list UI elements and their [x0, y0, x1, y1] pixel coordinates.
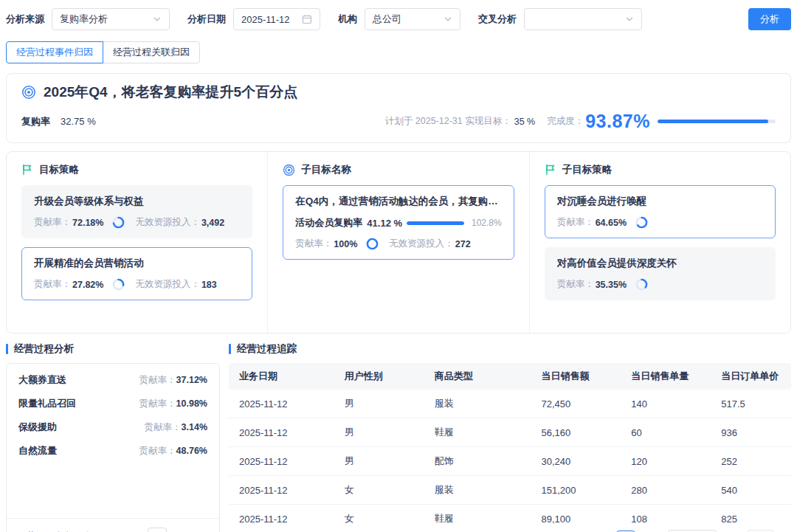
source-select[interactable]: 复购率分析: [52, 8, 170, 30]
analysis-pagination: 共 4 条数据，每页 10 条 ‹ 1 / 1 ›: [7, 518, 219, 532]
col-user-gender: 用户性别: [336, 363, 426, 390]
strategy-card-precise-marketing[interactable]: 开展精准的会员营销活动 贡献率： 27.82% 无效资源投入： 183: [21, 247, 252, 300]
table-row: 2025-11-12女服装151,200280540: [229, 476, 791, 505]
strategy-name: 升级会员等级体系与权益: [34, 195, 240, 208]
substrategy-card-wake-dormant[interactable]: 对沉睡会员进行唤醒 贡献率： 64.65%: [545, 185, 776, 238]
column-subgoal: 子目标名称 在Q4内，通过营销活动触达的会员，其复购率提升... 活动会员复购率…: [267, 152, 528, 333]
goal-metric-label: 复购率: [21, 115, 50, 128]
date-label: 分析日期: [187, 13, 226, 26]
analyze-button[interactable]: 分析: [748, 8, 791, 30]
date-value: 2025-11-12: [241, 14, 290, 25]
org-value: 总公司: [373, 13, 401, 26]
tracking-table: 业务日期 用户性别 商品类型 当日销售额 当日销售单量 当日订单单价 2025-…: [229, 363, 791, 527]
table-row: 2025-11-12男服装72,450140517.5: [229, 390, 791, 418]
waste-value: 272: [455, 239, 471, 249]
plan-target: 35 %: [514, 117, 536, 127]
waste-label: 无效资源投入：: [135, 278, 200, 291]
org-select[interactable]: 总公司: [365, 8, 460, 30]
date-picker[interactable]: 2025-11-12: [233, 8, 320, 30]
completion-progressbar: [658, 120, 776, 123]
tracking-pagination: 共 25 条数据 ‹ 1 2 › 20条/页 跳至 页: [229, 525, 791, 532]
analysis-item-gift-recall[interactable]: 限量礼品召回 贡献率：10.98%: [7, 392, 219, 415]
column-title: 子目标名称: [301, 163, 351, 176]
subgoal-progressbar: [407, 221, 464, 225]
subgoal-card[interactable]: 在Q4内，通过营销活动触达的会员，其复购率提升... 活动会员复购率 41.12…: [283, 185, 514, 260]
contrib-value: 35.35%: [596, 280, 627, 290]
col-business-date: 业务日期: [229, 363, 336, 390]
column-substrategy: 子目标策略 对沉睡会员进行唤醒 贡献率： 64.65% 对高价值会员提供深度关怀…: [529, 152, 790, 333]
cross-label: 交叉分析: [478, 13, 517, 26]
column-title: 子目标策略: [562, 163, 613, 176]
source-label: 分析来源: [6, 13, 44, 26]
process-tracking-panel: 经营过程追踪 业务日期 用户性别 商品类型 当日销售额 当日销售单量 当日订单单…: [229, 342, 791, 532]
substrategy-name: 对高价值会员提供深度关怀: [557, 257, 763, 270]
current-page-box[interactable]: 1: [148, 528, 167, 532]
waste-label: 无效资源投入：: [389, 238, 454, 250]
goal-card: 2025年Q4，将老客复购率提升5个百分点 复购率 32.75 % 计划于 20…: [6, 73, 791, 143]
col-daily-orders: 当日销售单量: [622, 363, 712, 390]
contrib-donut: [366, 238, 379, 250]
strategy-name: 开展精准的会员营销活动: [34, 257, 240, 270]
contrib-label: 贡献率：: [34, 216, 71, 229]
col-avg-order-price: 当日订单单价: [712, 363, 791, 390]
waste-value: 3,492: [201, 218, 224, 228]
chevron-down-icon: [444, 15, 452, 24]
flag-icon: [21, 164, 33, 176]
contrib-donut: [635, 278, 648, 291]
contrib-label: 贡献率：: [295, 238, 332, 250]
chevron-down-icon: [625, 15, 634, 24]
waste-label: 无效资源投入：: [135, 216, 200, 229]
tab-relation-attribution[interactable]: 经营过程关联归因: [103, 41, 200, 63]
goal-metric-value: 32.75 %: [61, 116, 96, 127]
process-tracking-title: 经营过程追踪: [237, 342, 297, 356]
subgoal-name: 在Q4内，通过营销活动触达的会员，其复购率提升...: [295, 195, 501, 208]
contrib-donut: [112, 216, 125, 229]
filter-bar: 分析来源 复购率分析 分析日期 2025-11-12 机构 总公司 交叉分析 分…: [6, 8, 791, 30]
subgoal-metric-value: 41.12 %: [367, 218, 402, 229]
col-product-type: 商品类型: [426, 363, 533, 390]
table-row: 2025-11-12男配饰30,240120252: [229, 447, 791, 476]
chevron-down-icon: [153, 15, 162, 24]
contrib-label: 贡献率：: [557, 216, 594, 229]
contrib-value: 72.18%: [72, 218, 103, 228]
strategy-card-upgrade-membership[interactable]: 升级会员等级体系与权益 贡献率： 72.18% 无效资源投入： 3,492: [21, 185, 252, 238]
calendar-icon: [302, 14, 312, 24]
table-row: 2025-11-12男鞋履56,16060936: [229, 418, 791, 447]
analysis-item-coupon[interactable]: 大额券直送 贡献率：37.12%: [7, 368, 219, 392]
bottom-section: 经营过程分析 大额券直送 贡献率：37.12% 限量礼品召回 贡献率：10.98…: [6, 342, 791, 532]
analysis-item-organic-traffic[interactable]: 自然流量 贡献率：48.76%: [7, 439, 219, 463]
contrib-label: 贡献率：: [34, 278, 71, 291]
subgoal-progress-label: 102.8%: [472, 218, 502, 228]
attribution-tabs: 经营过程事件归因 经营过程关联归因: [6, 41, 791, 63]
analysis-item-tier-protection[interactable]: 保级援助 贡献率：3.14%: [7, 415, 219, 439]
goal-title: 2025年Q4，将老客复购率提升5个百分点: [44, 83, 297, 102]
tab-event-attribution[interactable]: 经营过程事件归因: [6, 41, 103, 63]
completion-label: 完成度：: [547, 115, 584, 128]
process-analysis-panel: 经营过程分析 大额券直送 贡献率：37.12% 限量礼品召回 贡献率：10.98…: [6, 342, 220, 532]
dashboard: 分析来源 复购率分析 分析日期 2025-11-12 机构 总公司 交叉分析 分…: [0, 8, 797, 532]
substrategy-card-high-value-care[interactable]: 对高价值会员提供深度关怀 贡献率： 35.35%: [545, 247, 776, 300]
waste-value: 183: [201, 280, 217, 290]
plan-text: 计划于 2025-12-31 实现目标：: [385, 115, 511, 128]
subgoal-metric-label: 活动会员复购率: [295, 216, 362, 229]
column-goal-strategy: 目标策略 升级会员等级体系与权益 贡献率： 72.18% 无效资源投入： 3,4…: [7, 152, 267, 333]
contrib-value: 64.65%: [596, 218, 627, 228]
contrib-donut: [112, 278, 125, 291]
completion-value: 93.87%: [585, 111, 650, 132]
contrib-value: 100%: [334, 239, 357, 249]
section-accent-bar: [229, 344, 231, 354]
bullseye-icon: [21, 85, 36, 100]
contrib-donut: [635, 216, 648, 229]
contrib-label: 贡献率：: [557, 278, 594, 291]
bullseye-icon: [283, 164, 295, 176]
cross-analysis-select[interactable]: [524, 8, 642, 30]
org-label: 机构: [338, 13, 357, 26]
table-header-row: 业务日期 用户性别 商品类型 当日销售额 当日销售单量 当日订单单价: [229, 363, 791, 390]
table-row: 2025-11-12女鞋履89,100108825: [229, 505, 791, 528]
flag-icon: [545, 164, 556, 176]
contrib-value: 27.82%: [72, 280, 103, 290]
col-daily-sales: 当日销售额: [532, 363, 622, 390]
source-value: 复购率分析: [60, 13, 108, 26]
process-analysis-title: 经营过程分析: [14, 342, 74, 356]
strategy-columns: 目标策略 升级会员等级体系与权益 贡献率： 72.18% 无效资源投入： 3,4…: [6, 151, 791, 334]
